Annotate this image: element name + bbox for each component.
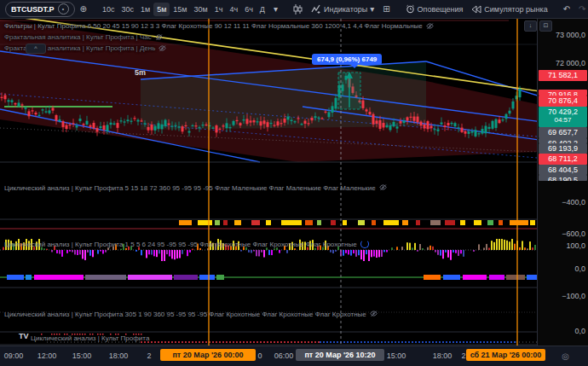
candles-icon xyxy=(293,4,303,15)
symbol-label: BTCUSDT.P xyxy=(11,5,55,14)
price-badge: 68 711,2 xyxy=(539,154,587,165)
interval-30с[interactable]: 30с xyxy=(118,3,137,16)
chart-style-button[interactable] xyxy=(290,2,306,17)
price-badge: 69 657,7 xyxy=(539,127,587,138)
market-simulator-button[interactable]: Симулятор рынка xyxy=(468,2,551,17)
price-badge: 70 429,204:57 xyxy=(539,107,587,127)
time-tick: 2 xyxy=(461,351,465,360)
loading-spinner-icon xyxy=(360,240,369,248)
legend-line-2[interactable]: Фрактальная аналитика | Культ Профита | … xyxy=(4,33,163,41)
scale-level: −100,0 xyxy=(562,292,585,300)
alerts-button[interactable]: Оповещения xyxy=(402,2,467,17)
price-badge: 70 876,4 xyxy=(539,96,587,107)
interval-group: 10с30с1м5м15м30м1ч4ч6чД xyxy=(99,3,268,16)
scale-level: −600,0 xyxy=(562,229,585,238)
price-badge: 68 190,5 xyxy=(539,175,587,181)
time-tick: 12:00 xyxy=(37,351,57,360)
scale-level: 72 000,0 xyxy=(556,59,585,67)
interval-5м[interactable]: 5м xyxy=(153,3,170,16)
price-badge: 69 193,9 xyxy=(539,143,587,154)
pane4-indicator-label[interactable]: Циклический анализ | Культ Профита 305 1… xyxy=(4,310,378,319)
layout-grid-icon[interactable]: ⊞ xyxy=(379,2,393,17)
time-tick: 15:00 xyxy=(72,351,92,360)
price-scale[interactable]: 73 000,072 000,0−400,0−600,0100,00,0−100… xyxy=(537,19,588,346)
time-badge: пт 20 Мар '26 00:00 xyxy=(160,349,256,361)
alarm-clock-icon xyxy=(406,4,415,14)
time-badge: пт 20 Мар '26 10:20 xyxy=(296,349,384,361)
interval-1м[interactable]: 1м xyxy=(137,3,153,16)
scroll-to-recent-icon[interactable]: ↓ xyxy=(524,20,537,32)
indicators-dropdown-icon[interactable]: ▾ xyxy=(370,4,374,14)
pane5-indicator-label[interactable]: Циклический анализ | Культ Профита xyxy=(31,334,149,342)
collapse-toolbar-tab[interactable]: ^ xyxy=(26,44,46,54)
scale-level: 73 000,0 xyxy=(556,31,585,39)
price-badge: 68 404,5 xyxy=(539,165,587,175)
interval-4ч[interactable]: 4ч xyxy=(226,3,241,16)
interval-15м[interactable]: 15м xyxy=(170,3,190,16)
legend-text: Фрактальная аналитика | Культ Профита | … xyxy=(4,33,152,41)
time-tick: 15:00 xyxy=(387,351,406,360)
interval-6ч[interactable]: 6ч xyxy=(241,3,257,16)
price-badge: 71 582,1 xyxy=(539,70,587,81)
symbol-search-icon[interactable]: • xyxy=(58,3,69,15)
time-tick: 18:00 xyxy=(109,351,129,360)
time-tick: 2 xyxy=(147,351,151,360)
indicators-label: Индикаторы xyxy=(324,5,367,14)
interval-dropdown-icon[interactable]: ▾ xyxy=(270,2,281,17)
time-tick: 09:00 xyxy=(4,351,24,360)
chart-canvas[interactable]: Фильтры | Культ Профита 6 50 20 45 15 90… xyxy=(0,19,588,346)
time-badge: сб 21 Мар '26 00:00 xyxy=(466,349,545,361)
scale-level: 0,0 xyxy=(574,327,585,335)
alerts-label: Оповещения xyxy=(418,5,464,14)
legend-text: Фильтры | Культ Профита 6 50 20 45 15 90… xyxy=(4,22,423,30)
interval-30м[interactable]: 30м xyxy=(191,3,211,16)
pane-controls: ↓ ⊡ xyxy=(524,20,552,32)
measure-tooltip: 674,9 (0,96%) 6749 xyxy=(312,54,382,65)
eye-off-icon[interactable] xyxy=(379,183,387,193)
compare-add-icon[interactable]: ⊕ xyxy=(77,2,90,17)
time-axis[interactable]: ◎ 09:0012:0015:0018:002006:0015:0018:002… xyxy=(0,346,588,366)
axis-settings-icon[interactable]: ◎ xyxy=(562,351,569,361)
time-tick: 0 xyxy=(257,351,262,360)
interval-Д[interactable]: Д xyxy=(257,3,268,16)
scale-level: 100,0 xyxy=(566,241,585,250)
eye-off-icon[interactable] xyxy=(370,310,378,319)
undo-icon[interactable]: ↶ xyxy=(560,2,574,17)
pane2-indicator-label[interactable]: Циклический анализ | Культ Профита 5 15 … xyxy=(4,183,387,193)
interval-10с[interactable]: 10с xyxy=(99,3,118,16)
top-toolbar: BTCUSDT.P • ⊕ 10с30с1м5м15м30м1ч4ч6чД ▾ … xyxy=(0,0,588,19)
redo-icon[interactable]: ↷ xyxy=(575,2,588,17)
legend-line-1[interactable]: Фильтры | Культ Профита 6 50 20 45 15 90… xyxy=(4,22,434,30)
simulator-label: Симулятор рынка xyxy=(484,5,547,14)
price-badge: 70 916,8 xyxy=(539,90,587,96)
chart-art xyxy=(0,19,537,346)
symbol-button[interactable]: BTCUSDT.P • xyxy=(5,2,75,17)
time-tick: 06:00 xyxy=(274,351,294,360)
scale-level: −400,0 xyxy=(562,198,585,206)
rewind-icon xyxy=(471,5,481,14)
tradingview-app: BTCUSDT.P • ⊕ 10с30с1м5м15м30м1ч4ч6чД ▾ … xyxy=(0,0,588,366)
box-timeframe-label: 5m xyxy=(135,68,146,77)
indicators-button[interactable]: Индикаторы ▾ xyxy=(308,2,378,17)
pane3-indicator-label[interactable]: Циклический анализ | Культ Профита 1 5 5… xyxy=(4,240,369,248)
maximize-pane-icon[interactable]: ⊡ xyxy=(539,20,552,32)
indicators-icon xyxy=(311,4,321,14)
tradingview-logo: TV xyxy=(19,332,29,340)
scale-level: 0,0 xyxy=(574,264,585,273)
time-tick: 18:00 xyxy=(433,351,453,360)
interval-1ч[interactable]: 1ч xyxy=(211,3,227,16)
